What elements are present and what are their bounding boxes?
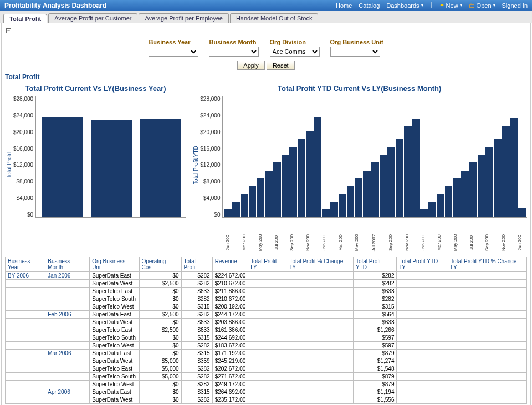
bar[interactable] xyxy=(461,171,469,217)
bar[interactable] xyxy=(445,186,453,217)
x-tick: May 200 xyxy=(348,234,365,252)
table-cell: $249,172.00 xyxy=(212,381,248,388)
nav-signed-in[interactable]: Signed In xyxy=(502,2,528,9)
bar[interactable] xyxy=(355,178,362,217)
table-header[interactable]: Revenue xyxy=(212,257,248,272)
bar[interactable] xyxy=(298,139,305,217)
bar[interactable] xyxy=(91,120,132,217)
bar[interactable] xyxy=(469,162,477,217)
data-table: Business YearBusiness MonthOrg Business … xyxy=(5,257,527,404)
table-cell xyxy=(6,396,45,404)
bar[interactable] xyxy=(437,194,444,217)
bar[interactable] xyxy=(347,186,355,217)
tab-1[interactable]: Average Profit per Customer xyxy=(48,13,137,23)
nav-open[interactable]: 🗀 Open ▾ xyxy=(469,2,495,9)
bar[interactable] xyxy=(289,147,297,217)
table-cell: $0 xyxy=(139,303,181,311)
table-header[interactable]: Total Profit % Change LY xyxy=(287,257,353,272)
table-cell xyxy=(448,365,527,373)
table-cell: $200,192.00 xyxy=(212,303,248,311)
table-cell xyxy=(287,303,353,311)
bar[interactable] xyxy=(363,171,371,217)
bar[interactable] xyxy=(396,139,403,217)
table-header[interactable]: Total Profit YTD LY xyxy=(397,257,448,272)
table-cell: SuperTelco West xyxy=(90,381,139,388)
bar[interactable] xyxy=(330,202,338,217)
bar[interactable] xyxy=(257,178,264,217)
bar[interactable] xyxy=(420,209,428,217)
table-cell: BY 2006 xyxy=(6,272,45,280)
bar[interactable] xyxy=(265,171,273,217)
bar[interactable] xyxy=(485,147,493,217)
table-cell xyxy=(248,365,287,373)
bar[interactable] xyxy=(282,155,289,217)
table-header[interactable]: Total Profit YTD % Change LY xyxy=(448,257,527,272)
bar[interactable] xyxy=(224,209,232,217)
table-cell xyxy=(45,334,90,342)
table-cell: SuperTelco East xyxy=(90,326,139,334)
table-cell: $282 xyxy=(353,272,397,280)
table-header[interactable]: Total Profit LY xyxy=(248,257,287,272)
business-year-select[interactable] xyxy=(149,47,198,57)
bar[interactable] xyxy=(453,178,461,217)
bar[interactable] xyxy=(428,202,436,217)
table-cell: $2,500 xyxy=(139,280,181,288)
nav-catalog[interactable]: Catalog xyxy=(359,2,380,9)
tab-3[interactable]: Handset Model Out of Stock xyxy=(230,13,319,23)
table-cell: $282 xyxy=(181,280,212,288)
table-cell xyxy=(287,272,353,280)
bar[interactable] xyxy=(339,194,346,217)
bar[interactable] xyxy=(387,147,395,217)
table-header[interactable]: Total Profit YTD xyxy=(353,257,397,272)
bar[interactable] xyxy=(232,202,240,217)
bar[interactable] xyxy=(412,119,420,217)
table-cell xyxy=(45,373,90,381)
bar[interactable] xyxy=(518,208,526,217)
bar[interactable] xyxy=(404,126,412,217)
bar[interactable] xyxy=(494,139,502,217)
table-cell: $597 xyxy=(353,334,397,342)
bar[interactable] xyxy=(314,117,322,217)
table-header[interactable]: Operating Cost xyxy=(139,257,181,272)
filter-label: Org Business Unit xyxy=(330,39,383,45)
table-header[interactable]: Business Year xyxy=(6,257,45,272)
org-division-select[interactable]: Ace Comms xyxy=(270,47,320,57)
bar[interactable] xyxy=(510,118,518,217)
bar[interactable] xyxy=(371,162,379,217)
tab-0[interactable]: Total Profit xyxy=(3,14,47,23)
table-cell xyxy=(248,373,287,381)
table-cell xyxy=(287,334,353,342)
table-cell xyxy=(448,396,527,404)
nav-home[interactable]: Home xyxy=(336,2,352,9)
table-header[interactable]: Org Business Unit xyxy=(90,257,139,272)
table-cell xyxy=(448,319,527,326)
y-tick: $4,000 xyxy=(200,195,220,201)
bar[interactable] xyxy=(140,119,181,217)
table-cell: $202,672.00 xyxy=(212,365,248,373)
bar[interactable] xyxy=(306,131,314,217)
collapse-icon[interactable]: − xyxy=(6,28,11,33)
reset-button[interactable]: Reset xyxy=(267,61,295,70)
bar[interactable] xyxy=(241,194,248,217)
apply-button[interactable]: Apply xyxy=(237,61,265,70)
table-cell xyxy=(45,295,90,303)
bar[interactable] xyxy=(322,209,330,217)
bar[interactable] xyxy=(249,186,257,217)
business-month-select[interactable] xyxy=(209,47,259,57)
table-header[interactable]: Total Profit xyxy=(181,257,212,272)
org-business-unit-select[interactable] xyxy=(330,47,380,57)
nav-new[interactable]: ✦ New ▾ xyxy=(439,2,462,9)
bar[interactable] xyxy=(502,126,510,217)
bar[interactable] xyxy=(273,162,281,217)
bar[interactable] xyxy=(478,155,485,217)
tab-2[interactable]: Average Profit per Employee xyxy=(139,13,228,23)
table-cell: $282 xyxy=(353,280,397,288)
table-cell: $282 xyxy=(181,396,212,404)
bar[interactable] xyxy=(380,155,387,217)
table-header[interactable]: Business Month xyxy=(45,257,90,272)
nav-dashboards[interactable]: Dashboards ▾ xyxy=(386,2,423,9)
bar[interactable] xyxy=(42,117,83,217)
table-cell: $879 xyxy=(353,381,397,388)
filter-org-business-unit: Org Business Unit xyxy=(330,39,383,57)
table-cell xyxy=(287,365,353,373)
